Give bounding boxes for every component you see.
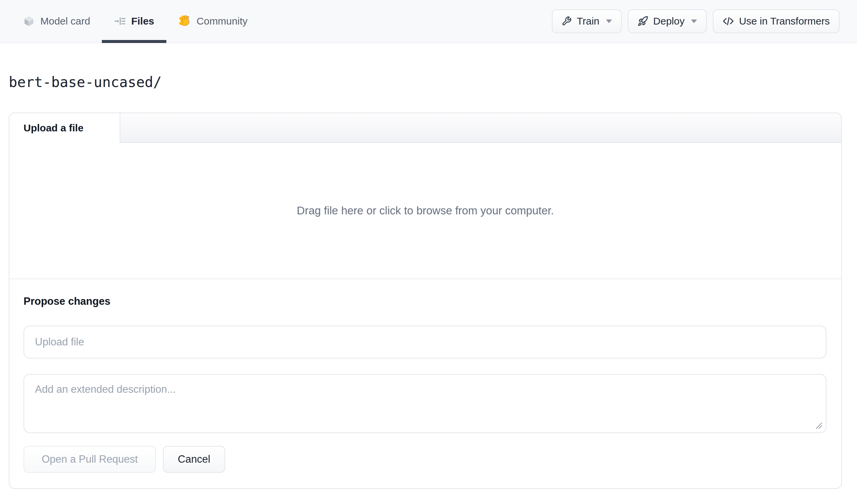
tab-files-label: Files — [131, 15, 154, 27]
train-button-label: Train — [577, 15, 599, 27]
propose-changes-heading: Propose changes — [23, 295, 826, 308]
repo-tab-list: Model card Files — [23, 0, 247, 42]
extended-description-textarea[interactable] — [23, 374, 826, 433]
deploy-button-label: Deploy — [653, 15, 685, 27]
chevron-down-icon — [606, 19, 612, 23]
open-pull-request-button[interactable]: Open a Pull Request — [23, 446, 156, 473]
upload-filename-input[interactable] — [23, 325, 826, 358]
tab-community[interactable]: Community — [179, 0, 248, 42]
use-in-transformers-button[interactable]: Use in Transformers — [713, 10, 840, 33]
tab-upload-a-file[interactable]: Upload a file — [10, 113, 120, 143]
rocket-icon — [638, 16, 648, 27]
deploy-button[interactable]: Deploy — [628, 10, 707, 33]
active-tab-underline — [102, 40, 166, 43]
tab-model-card[interactable]: Model card — [23, 0, 90, 42]
cube-icon — [23, 15, 35, 27]
dropzone-hint-text: Drag file here or click to browse from y… — [297, 204, 554, 217]
train-button[interactable]: Train — [552, 10, 621, 33]
upload-file-card: Upload a file Drag file here or click to… — [9, 113, 842, 489]
file-dropzone[interactable]: Drag file here or click to browse from y… — [10, 143, 841, 279]
breadcrumb[interactable]: bert-base-uncased/ — [9, 74, 857, 90]
resize-handle-icon[interactable] — [814, 421, 822, 429]
cancel-button[interactable]: Cancel — [163, 446, 225, 473]
code-icon — [723, 15, 734, 27]
tab-model-card-label: Model card — [40, 15, 90, 27]
repo-navbar: Model card Files — [0, 0, 857, 43]
wrench-icon — [561, 16, 572, 26]
tab-community-label: Community — [197, 15, 248, 27]
use-in-transformers-label: Use in Transformers — [739, 15, 830, 27]
propose-changes-section: Propose changes Open a Pull Request Canc… — [10, 279, 841, 488]
tab-upload-a-file-label: Upload a file — [23, 122, 83, 134]
tab-row-filler — [120, 113, 841, 143]
file-versions-icon — [114, 15, 126, 27]
chevron-down-icon — [691, 19, 697, 23]
repo-action-buttons: Train Deploy — [552, 0, 840, 42]
propose-buttons-row: Open a Pull Request Cancel — [23, 446, 826, 473]
waving-hand-icon — [179, 15, 191, 28]
tab-files[interactable]: Files — [114, 0, 154, 42]
upload-card-tab-row: Upload a file — [10, 113, 841, 143]
description-field-wrap — [23, 374, 826, 433]
